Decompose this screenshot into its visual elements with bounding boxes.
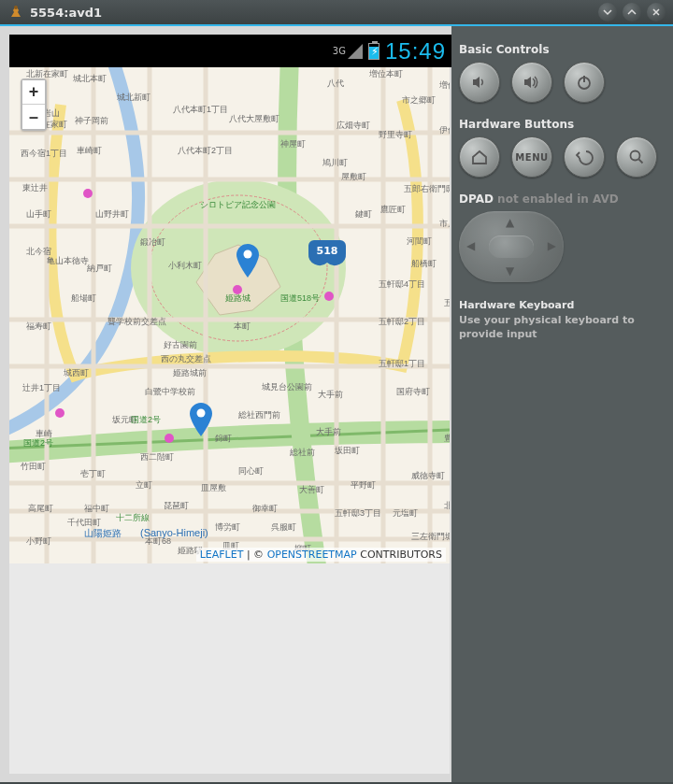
svg-text:北新在家町: 北新在家町 (26, 69, 68, 78)
svg-text:八代: 八代 (327, 78, 344, 88)
power-button[interactable] (564, 62, 605, 103)
svg-text:納戸町: 納戸町 (87, 264, 112, 273)
svg-rect-106 (583, 76, 585, 82)
minimize-button[interactable] (598, 3, 617, 21)
svg-text:琵琶町: 琵琶町 (164, 501, 189, 510)
map-tiles: 518 シロトピア記念公園 姫路城 好古園前 西の丸交差点 姫路城前 城見台公園… (9, 67, 450, 563)
android-status-bar: 3G ⚡ 15:49 (9, 35, 451, 67)
svg-text:亀山本徳寺: 亀山本徳寺 (47, 256, 89, 265)
svg-text:大手前: 大手前 (318, 390, 343, 399)
emulator-icon (7, 4, 24, 21)
maximize-button[interactable] (623, 3, 641, 21)
svg-text:増位: 増位 (438, 80, 450, 90)
svg-text:五軒邸4丁目: 五軒邸4丁目 (379, 279, 425, 289)
svg-text:小野町: 小野町 (26, 536, 51, 546)
svg-text:城西町: 城西町 (63, 368, 89, 378)
svg-text:総社前: 総社前 (289, 448, 315, 457)
dpad-center (489, 235, 534, 258)
dpad-control: ▲ ▼ ◀ ▶ (459, 211, 564, 282)
clock: 15:49 (385, 38, 446, 64)
dpad-right: ▶ (548, 239, 556, 252)
svg-text:鍛冶町: 鍛冶町 (140, 237, 165, 247)
zoom-control: + – (21, 78, 47, 131)
device-frame: 3G ⚡ 15:49 (0, 26, 451, 782)
dpad-left: ◀ (466, 239, 475, 252)
back-button[interactable] (564, 136, 605, 178)
svg-text:西今宿1丁目: 西今宿1丁目 (21, 149, 67, 158)
svg-text:錦町: 錦町 (215, 434, 232, 443)
svg-text:国府寺町: 国府寺町 (396, 387, 430, 396)
svg-text:小利木町: 小利木町 (168, 261, 202, 270)
map-view[interactable]: 518 シロトピア記念公園 姫路城 好古園前 西の丸交差点 姫路城前 城見台公園… (9, 67, 450, 563)
svg-text:神子岡前: 神子岡前 (75, 116, 108, 125)
svg-text:船場町: 船場町 (71, 293, 96, 303)
battery-icon: ⚡ (368, 43, 379, 60)
svg-text:鷹匠町: 鷹匠町 (380, 205, 406, 214)
svg-text:屋敷町: 屋敷町 (341, 172, 366, 181)
svg-point-6 (165, 434, 174, 443)
svg-text:大善町: 大善町 (299, 485, 324, 494)
zoom-out-button[interactable]: – (22, 105, 45, 129)
svg-text:北今宿: 北今宿 (26, 247, 51, 256)
svg-text:白鷺中学校前: 白鷺中学校前 (145, 387, 195, 396)
svg-text:十二所線: 十二所線 (116, 513, 150, 522)
zoom-in-button[interactable]: + (22, 80, 45, 105)
svg-text:本町68: 本町68 (145, 536, 171, 546)
svg-point-7 (55, 408, 64, 418)
svg-text:五軒邸2丁目: 五軒邸2丁目 (379, 317, 425, 326)
svg-point-0 (14, 6, 18, 9)
svg-text:西の丸交差点: 西の丸交差点 (161, 354, 211, 363)
svg-text:国道2号: 国道2号 (23, 438, 53, 448)
svg-text:鳩川町: 鳩川町 (322, 158, 348, 167)
svg-text:広畑寺町: 広畑寺町 (336, 121, 370, 130)
svg-text:伊伝居: 伊伝居 (439, 125, 450, 135)
osm-link[interactable]: OPENSTREETMAP (267, 549, 357, 561)
svg-point-5 (324, 292, 334, 301)
svg-text:山手町: 山手町 (26, 209, 51, 219)
svg-text:竹田町: 竹田町 (21, 462, 46, 471)
svg-text:西二階町: 西二階町 (140, 452, 174, 462)
svg-text:威徳寺町: 威徳寺町 (411, 471, 445, 480)
svg-text:総社西門前: 総社西門前 (237, 410, 280, 420)
svg-text:五軒邸1丁目: 五軒邸1丁目 (379, 359, 425, 368)
svg-text:千代田町: 千代田町 (67, 518, 101, 527)
svg-text:福中町: 福中町 (84, 504, 109, 513)
svg-text:三左衛門堀: 三左衛門堀 (411, 532, 450, 541)
svg-text:立町: 立町 (136, 480, 152, 490)
volume-up-button[interactable] (511, 62, 552, 103)
svg-text:豊沢町: 豊沢町 (444, 434, 450, 443)
svg-text:増位本町: 増位本町 (368, 69, 403, 78)
svg-text:平野町: 平野町 (351, 480, 376, 490)
map-marker[interactable] (190, 403, 212, 436)
svg-text:野里寺町: 野里寺町 (379, 130, 412, 139)
svg-point-103 (244, 250, 252, 259)
search-button[interactable] (616, 136, 657, 178)
svg-text:東辻井: 東辻井 (22, 183, 48, 192)
svg-text:呉服町: 呉服町 (271, 522, 296, 532)
svg-text:御幸町: 御幸町 (252, 504, 278, 513)
close-button[interactable] (647, 3, 666, 21)
svg-text:神屋町: 神屋町 (280, 139, 306, 149)
map-attribution: LEAFLET | © OPENSTREETMAP CONTRIBUTORS (196, 548, 446, 562)
svg-text:北条口5丁目: 北条口5丁目 (444, 501, 450, 510)
svg-text:シロトピア記念公園: シロトピア記念公園 (200, 200, 276, 209)
leaflet-link[interactable]: LEAFLET (200, 549, 244, 561)
menu-button[interactable]: MENU (511, 136, 552, 178)
signal-icon (348, 44, 363, 59)
keyboard-note: Hardware Keyboard Use your physical keyb… (459, 299, 664, 341)
svg-text:姫路城前: 姫路城前 (173, 368, 207, 378)
svg-text:城北本町: 城北本町 (72, 74, 107, 83)
svg-text:五郎右衛門邸: 五郎右衛門邸 (404, 184, 450, 193)
svg-text:518: 518 (317, 245, 338, 257)
svg-text:八代大屋敷町: 八代大屋敷町 (229, 114, 279, 123)
dpad-up: ▲ (506, 216, 514, 229)
svg-text:河間町: 河間町 (407, 236, 432, 246)
basic-controls-heading: Basic Controls (459, 43, 664, 56)
svg-text:鍵町: 鍵町 (355, 209, 372, 219)
home-button[interactable] (459, 136, 500, 178)
dpad-down: ▼ (506, 264, 514, 278)
svg-text:博労町: 博労町 (215, 522, 240, 532)
volume-down-button[interactable] (459, 62, 500, 103)
map-marker[interactable] (236, 244, 259, 278)
svg-text:山野井町: 山野井町 (95, 209, 129, 219)
